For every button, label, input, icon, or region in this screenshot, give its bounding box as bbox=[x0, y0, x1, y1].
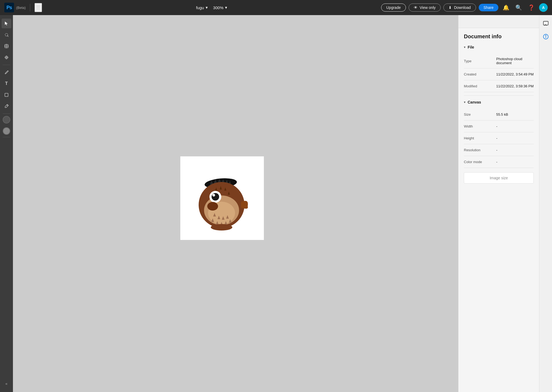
far-right-strip bbox=[539, 15, 552, 392]
canvas-document bbox=[180, 156, 264, 240]
type-value: Photoshop cloud document bbox=[496, 57, 534, 65]
zoom-chevron-icon: ▾ bbox=[225, 5, 227, 10]
info-icon[interactable] bbox=[541, 32, 550, 41]
filename-text: fugu bbox=[196, 5, 204, 10]
svg-marker-0 bbox=[5, 22, 8, 25]
foreground-color-swatch[interactable] bbox=[3, 116, 10, 123]
right-panel: Document info ▾ File Type Photoshop clou… bbox=[458, 15, 539, 392]
file-section-title: File bbox=[468, 45, 474, 49]
main-area: T « bbox=[0, 15, 552, 392]
created-row: Created 11/22/2022, 3:54:49 PM bbox=[464, 68, 534, 80]
comment-icon[interactable] bbox=[541, 19, 550, 28]
app-logo: Ps (Beta) bbox=[4, 3, 26, 12]
color-mode-value: - bbox=[496, 160, 534, 164]
canvas-area bbox=[13, 15, 458, 392]
header-center: fugu ▾ 300% ▾ bbox=[45, 5, 378, 10]
help-button[interactable]: ❓ bbox=[526, 3, 536, 12]
toolbar-divider-2 bbox=[3, 114, 10, 114]
upgrade-button[interactable]: Upgrade bbox=[381, 4, 406, 12]
svg-point-35 bbox=[546, 35, 546, 36]
download-label: Download bbox=[454, 5, 471, 10]
canvas-section-header[interactable]: ▾ Canvas bbox=[464, 100, 534, 104]
color-mode-row: Color mode - bbox=[464, 156, 534, 168]
size-label: Size bbox=[464, 112, 496, 116]
fugu-illustration bbox=[184, 160, 260, 236]
image-size-button[interactable]: Image size bbox=[464, 172, 534, 184]
eyedropper-tool[interactable] bbox=[2, 101, 11, 111]
canvas-section-title: Canvas bbox=[468, 100, 481, 104]
width-value: - bbox=[496, 124, 534, 128]
color-mode-label: Color mode bbox=[464, 160, 496, 164]
heal-tool[interactable] bbox=[2, 53, 11, 62]
collapse-toolbar-button[interactable]: « bbox=[2, 379, 11, 388]
section-divider bbox=[464, 95, 534, 96]
modified-row: Modified 11/22/2022, 3:59:36 PM bbox=[464, 80, 534, 92]
file-chevron-icon: ▾ bbox=[464, 45, 465, 49]
header: Ps (Beta) ☰ fugu ▾ 300% ▾ Upgrade 👁 View… bbox=[0, 0, 552, 15]
svg-point-15 bbox=[212, 193, 219, 201]
size-value: 55.5 kB bbox=[496, 112, 534, 116]
filename-chevron-icon: ▾ bbox=[206, 5, 208, 10]
created-value: 11/22/2022, 3:54:49 PM bbox=[496, 72, 534, 76]
width-label: Width bbox=[464, 124, 496, 128]
type-row: Type Photoshop cloud document bbox=[464, 54, 534, 68]
header-divider bbox=[30, 4, 30, 11]
menu-button[interactable]: ☰ bbox=[34, 3, 42, 12]
transform-tool[interactable] bbox=[2, 41, 11, 51]
svg-point-17 bbox=[207, 202, 218, 211]
size-row: Size 55.5 kB bbox=[464, 109, 534, 121]
text-tool[interactable]: T bbox=[2, 79, 11, 88]
zoom-dropdown[interactable]: 300% ▾ bbox=[213, 5, 227, 10]
svg-line-8 bbox=[7, 105, 8, 106]
search-button[interactable]: 🔍 bbox=[514, 3, 524, 12]
brush-tool[interactable] bbox=[2, 67, 11, 77]
height-value: - bbox=[496, 136, 534, 140]
canvas-chevron-icon: ▾ bbox=[464, 100, 465, 104]
panel-title: Document info bbox=[464, 33, 534, 40]
height-row: Height - bbox=[464, 132, 534, 144]
resolution-label: Resolution bbox=[464, 148, 496, 152]
svg-rect-7 bbox=[5, 93, 8, 97]
header-right: Upgrade 👁 View only ⬇ Download Share 🔔 🔍… bbox=[381, 3, 548, 12]
filename-dropdown[interactable]: fugu ▾ bbox=[196, 5, 208, 10]
eye-icon: 👁 bbox=[414, 5, 418, 10]
toolbar-divider-1 bbox=[3, 65, 10, 65]
notifications-button[interactable]: 🔔 bbox=[501, 3, 511, 12]
modified-label: Modified bbox=[464, 84, 496, 88]
file-section-header[interactable]: ▾ File bbox=[464, 45, 534, 49]
avatar[interactable]: A bbox=[539, 3, 548, 12]
type-label: Type bbox=[464, 59, 496, 63]
lasso-tool[interactable] bbox=[2, 30, 11, 40]
zoom-value: 300% bbox=[213, 5, 223, 10]
modified-value: 11/22/2022, 3:59:36 PM bbox=[496, 84, 534, 88]
width-row: Width - bbox=[464, 121, 534, 132]
svg-point-31 bbox=[211, 224, 232, 231]
select-tool[interactable] bbox=[2, 19, 11, 28]
svg-point-16 bbox=[212, 194, 215, 197]
view-only-label: View only bbox=[420, 5, 436, 10]
resolution-value: - bbox=[496, 148, 534, 152]
text-icon: T bbox=[5, 81, 8, 86]
background-color-swatch[interactable] bbox=[3, 127, 10, 135]
share-button[interactable]: Share bbox=[479, 4, 498, 11]
height-label: Height bbox=[464, 136, 496, 140]
download-icon: ⬇ bbox=[448, 5, 452, 10]
svg-line-2 bbox=[7, 36, 8, 37]
view-only-button[interactable]: 👁 View only bbox=[409, 4, 441, 12]
left-toolbar: T « bbox=[0, 15, 13, 392]
beta-label: (Beta) bbox=[16, 6, 26, 10]
toolbar-divider-3 bbox=[3, 137, 10, 137]
created-label: Created bbox=[464, 72, 496, 76]
ps-icon: Ps bbox=[4, 3, 14, 12]
resolution-row: Resolution - bbox=[464, 144, 534, 156]
panel-tabs bbox=[458, 15, 539, 28]
panel-content: Document info ▾ File Type Photoshop clou… bbox=[458, 28, 539, 392]
shape-tool[interactable] bbox=[2, 90, 11, 100]
download-button[interactable]: ⬇ Download bbox=[443, 4, 476, 12]
